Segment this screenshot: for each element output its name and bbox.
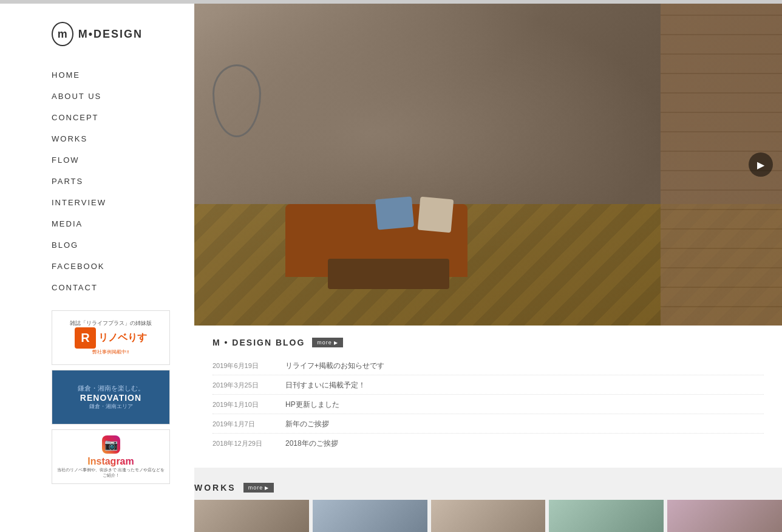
- blog-entry-4: 2018年12月29日2018年のご挨拶: [212, 435, 764, 452]
- rino-top-text: 雑誌「リライフプラス」の姉妹版: [70, 320, 152, 327]
- nav-link-concept[interactable]: CONCEPT: [0, 107, 194, 128]
- hero-next-icon: ▶: [757, 159, 764, 171]
- blog-more-button[interactable]: more ▶: [312, 338, 343, 347]
- logo-text: M•DESIGN: [78, 28, 143, 41]
- hero-area: ▶: [194, 4, 782, 326]
- work-thumb-1[interactable]: [194, 500, 309, 532]
- blog-entries: 2019年6月19日リライフ+掲載のお知らせです2019年3月25日日刊すまいに…: [212, 357, 764, 452]
- ig-text: Instagram: [87, 456, 134, 467]
- kamakura-inner: 鎌倉・湘南を楽しむ。 RENOVATION 鎌倉・湘南エリア: [52, 370, 169, 424]
- entry-date-0: 2019年6月19日: [212, 361, 273, 370]
- nav-item-about-us[interactable]: ABOUT US: [0, 86, 194, 107]
- ig-inner: 📷 Instagram 当社のリノベ事例や、街歩きで 出逢ったモノや店などをご紹…: [52, 430, 169, 483]
- hero-pillow2: [418, 197, 454, 233]
- nav-item-flow[interactable]: FLOW: [0, 149, 194, 171]
- nav-item-blog[interactable]: BLOG: [0, 234, 194, 256]
- blog-entry-1: 2019年3月25日日刊すまいに掲載予定！: [212, 377, 764, 395]
- nav-link-flow[interactable]: FLOW: [0, 149, 194, 171]
- works-thumbnails: [194, 500, 782, 532]
- blog-entry-3: 2019年1月7日新年のご挨拶: [212, 415, 764, 434]
- page-wrapper: m M•DESIGN HOMEABOUT USCONCEPTWORKSFLOWP…: [0, 4, 782, 532]
- works-more-label: more: [248, 485, 264, 491]
- hero-next-button[interactable]: ▶: [749, 152, 773, 177]
- hero-pillow1: [375, 196, 414, 230]
- sidebar-banners: 雑誌「リライフプラス」の姉妹版 R リノベりす 弊社事例掲載中!! 鎌倉・湘南を…: [0, 310, 194, 484]
- hero-bike: [212, 64, 261, 137]
- ig-sub: 当社のリノベ事例や、街歩きで 出逢ったモノや店などをご紹介！: [57, 467, 165, 478]
- hero-bg: [194, 4, 782, 326]
- nav-link-blog[interactable]: BLOG: [0, 234, 194, 256]
- nav-item-parts[interactable]: PARTS: [0, 171, 194, 192]
- work-thumb-2[interactable]: [313, 500, 427, 532]
- nav-item-contact[interactable]: CONTACT: [0, 277, 194, 298]
- nav-link-media[interactable]: MEDIA: [0, 213, 194, 234]
- kamakura-line2: RENOVATION: [80, 393, 141, 403]
- nav-item-media[interactable]: MEDIA: [0, 213, 194, 234]
- entry-date-3: 2019年1月7日: [212, 420, 273, 429]
- logo-circle: m: [52, 22, 73, 46]
- blog-header: M • DESIGN BLOG more ▶: [212, 338, 764, 347]
- entry-title-1[interactable]: 日刊すまいに掲載予定！: [285, 380, 365, 390]
- entry-title-2[interactable]: HP更新しました: [285, 400, 339, 410]
- works-title: WORKS: [194, 483, 236, 493]
- entry-title-3[interactable]: 新年のご挨拶: [285, 419, 329, 429]
- logo-area: m M•DESIGN: [0, 16, 194, 64]
- nav-link-facebook[interactable]: FACEBOOK: [0, 256, 194, 277]
- blog-title: M • DESIGN BLOG: [212, 338, 305, 347]
- nav-link-about-us[interactable]: ABOUT US: [0, 86, 194, 107]
- nav-link-works[interactable]: WORKS: [0, 128, 194, 149]
- nav-link-contact[interactable]: CONTACT: [0, 277, 194, 298]
- nav-item-interview[interactable]: INTERVIEW: [0, 192, 194, 213]
- nav-link-parts[interactable]: PARTS: [0, 171, 194, 192]
- main-content: ▶ M • DESIGN BLOG more ▶ 2019年6月19日リライフ+…: [194, 4, 782, 532]
- kamakura-line3: 鎌倉・湘南エリア: [89, 403, 133, 411]
- kamakura-line1: 鎌倉・湘南を楽しむ。: [78, 384, 144, 393]
- entry-title-0[interactable]: リライフ+掲載のお知らせです: [285, 361, 384, 371]
- nav-item-works[interactable]: WORKS: [0, 128, 194, 149]
- instagram-banner[interactable]: 📷 Instagram 当社のリノベ事例や、街歩きで 出逢ったモノや店などをご紹…: [52, 429, 170, 484]
- hero-table: [328, 259, 449, 289]
- rino-r-icon: R: [75, 327, 96, 349]
- sidebar: m M•DESIGN HOMEABOUT USCONCEPTWORKSFLOWP…: [0, 4, 194, 532]
- works-section: WORKS more ▶: [194, 474, 782, 532]
- nav-item-facebook[interactable]: FACEBOOK: [0, 256, 194, 277]
- works-header: WORKS more ▶: [194, 483, 782, 500]
- works-more-button[interactable]: more ▶: [243, 483, 274, 493]
- entry-title-4[interactable]: 2018年のご挨拶: [285, 438, 338, 449]
- blog-entry-2: 2019年1月10日HP更新しました: [212, 396, 764, 414]
- nav-link-interview[interactable]: INTERVIEW: [0, 192, 194, 213]
- entry-date-4: 2018年12月29日: [212, 439, 273, 448]
- blog-more-label: more: [317, 339, 332, 346]
- blog-section: M • DESIGN BLOG more ▶ 2019年6月19日リライフ+掲載…: [194, 326, 782, 468]
- works-more-arrow: ▶: [265, 485, 269, 491]
- entry-date-2: 2019年1月10日: [212, 400, 273, 409]
- instagram-icon: 📷: [102, 435, 120, 454]
- nav-link-home[interactable]: HOME: [0, 64, 194, 86]
- blog-entry-0: 2019年6月19日リライフ+掲載のお知らせです: [212, 357, 764, 375]
- logo-letter: m: [58, 28, 67, 41]
- rino-logo-text: リノベりす: [98, 332, 147, 344]
- nav-item-home[interactable]: HOME: [0, 64, 194, 86]
- work-thumb-4[interactable]: [549, 500, 664, 532]
- work-thumb-5[interactable]: [667, 500, 782, 532]
- entry-date-1: 2019年3月25日: [212, 381, 273, 390]
- nav-item-concept[interactable]: CONCEPT: [0, 107, 194, 128]
- rino-sub-text: 弊社事例掲載中!!: [92, 349, 129, 355]
- kamakura-banner[interactable]: 鎌倉・湘南を楽しむ。 RENOVATION 鎌倉・湘南エリア: [52, 370, 170, 425]
- nav-menu: HOMEABOUT USCONCEPTWORKSFLOWPARTSINTERVI…: [0, 64, 194, 310]
- work-thumb-3[interactable]: [431, 500, 546, 532]
- rino-logo-row: R リノベりす: [75, 327, 147, 349]
- blog-more-arrow: ▶: [334, 340, 338, 346]
- renovisu-banner[interactable]: 雑誌「リライフプラス」の姉妹版 R リノベりす 弊社事例掲載中!!: [52, 310, 170, 365]
